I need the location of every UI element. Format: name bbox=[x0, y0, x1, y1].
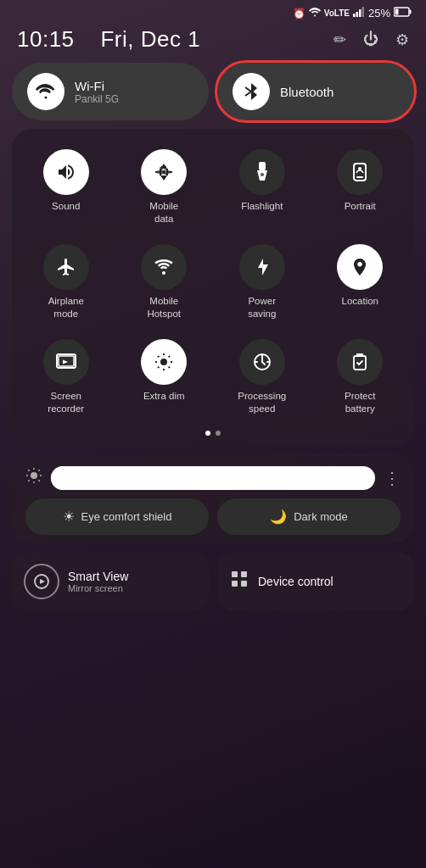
smart-view-info: Smart View Mirror screen bbox=[68, 570, 128, 593]
smart-view-label: Smart View bbox=[68, 570, 128, 583]
bluetooth-info: Bluetooth bbox=[280, 85, 334, 99]
dot-2 bbox=[216, 431, 221, 436]
portrait-icon bbox=[337, 149, 383, 195]
power-icon[interactable]: ⏻ bbox=[363, 31, 378, 48]
dark-mode-label: Dark mode bbox=[294, 510, 348, 523]
svg-point-12 bbox=[162, 271, 165, 275]
svg-rect-0 bbox=[353, 14, 356, 17]
svg-rect-22 bbox=[241, 571, 247, 577]
hotspot-label: Mobile Hotspot bbox=[147, 295, 181, 320]
time-actions: ✏ ⏻ ⚙ bbox=[334, 31, 409, 49]
settings-icon[interactable]: ⚙ bbox=[395, 31, 409, 49]
svg-rect-2 bbox=[359, 9, 362, 17]
svg-rect-5 bbox=[410, 10, 412, 14]
extra-dim-label: Extra dim bbox=[143, 390, 185, 403]
brightness-slider[interactable] bbox=[51, 466, 375, 490]
svg-rect-8 bbox=[259, 162, 266, 170]
smart-view-icon bbox=[24, 564, 59, 599]
dot-1 bbox=[205, 431, 210, 436]
wifi-status-icon bbox=[309, 7, 321, 19]
grid-item-processing-speed[interactable]: Processing speed bbox=[215, 332, 310, 422]
flashlight-icon bbox=[239, 149, 285, 195]
dark-mode-icon: 🌙 bbox=[270, 509, 287, 525]
grid-panel: Sound ⇅ Mobile data bbox=[12, 129, 414, 446]
svg-rect-14 bbox=[59, 356, 74, 366]
processing-speed-label: Processing speed bbox=[238, 390, 286, 415]
device-control-button[interactable]: Device control bbox=[217, 552, 414, 611]
protect-battery-icon bbox=[337, 339, 383, 385]
bottom-panel: Smart View Mirror screen Device control bbox=[12, 552, 414, 611]
page-dots bbox=[19, 431, 407, 436]
svg-rect-24 bbox=[241, 581, 247, 587]
lte-icon: VoLTE bbox=[324, 8, 350, 18]
wifi-sublabel: Pankil 5G bbox=[75, 93, 119, 105]
svg-marker-20 bbox=[40, 579, 45, 584]
bluetooth-icon bbox=[233, 73, 270, 110]
smart-view-button[interactable]: Smart View Mirror screen bbox=[12, 552, 209, 611]
wifi-toggle[interactable]: Wi-Fi Pankil 5G bbox=[12, 63, 209, 120]
wifi-info: Wi-Fi Pankil 5G bbox=[75, 79, 119, 105]
portrait-label: Portrait bbox=[345, 200, 376, 213]
grid-item-power-saving[interactable]: Power saving bbox=[215, 237, 310, 327]
grid-item-sound[interactable]: Sound bbox=[19, 142, 114, 232]
grid-item-location[interactable]: Location bbox=[313, 237, 408, 327]
signal-icon bbox=[353, 7, 365, 19]
grid-item-hotspot[interactable]: Mobile Hotspot bbox=[117, 237, 212, 327]
sound-icon bbox=[43, 149, 89, 195]
status-icons: ⏰ VoLTE 25% bbox=[293, 7, 412, 19]
location-label: Location bbox=[342, 295, 378, 308]
alarm-icon: ⏰ bbox=[293, 8, 305, 19]
grid-item-portrait[interactable]: Portrait bbox=[313, 142, 408, 232]
battery-icon bbox=[394, 7, 412, 19]
brightness-more-icon[interactable]: ⋮ bbox=[384, 468, 401, 488]
svg-point-10 bbox=[261, 173, 264, 176]
svg-rect-1 bbox=[356, 12, 358, 17]
quick-settings-grid: Sound ⇅ Mobile data bbox=[19, 142, 407, 422]
grid-item-extra-dim[interactable]: Extra dim bbox=[117, 332, 212, 422]
wifi-label: Wi-Fi bbox=[75, 79, 119, 93]
device-control-info: Device control bbox=[258, 575, 334, 588]
date: Fri, Dec 1 bbox=[100, 26, 200, 52]
smart-view-sublabel: Mirror screen bbox=[68, 583, 128, 593]
bluetooth-toggle[interactable]: Bluetooth bbox=[217, 63, 414, 120]
svg-point-15 bbox=[160, 359, 167, 365]
svg-text:⇅: ⇅ bbox=[159, 164, 169, 177]
brightness-panel: ⋮ ☀ Eye comfort shield 🌙 Dark mode bbox=[12, 454, 414, 543]
sound-label: Sound bbox=[52, 200, 80, 213]
grid-item-screen-recorder[interactable]: Screen recorder bbox=[19, 332, 114, 422]
brightness-row: ⋮ bbox=[25, 466, 401, 490]
svg-rect-21 bbox=[232, 571, 238, 577]
brightness-low-icon bbox=[25, 467, 42, 488]
flashlight-label: Flashlight bbox=[241, 200, 283, 213]
mobile-data-label: Mobile data bbox=[149, 200, 178, 225]
grid-item-protect-battery[interactable]: Protect battery bbox=[313, 332, 408, 422]
device-control-label: Device control bbox=[258, 575, 334, 588]
battery-percentage: 25% bbox=[368, 7, 390, 19]
time-row: 10:15 Fri, Dec 1 ✏ ⏻ ⚙ bbox=[0, 23, 426, 63]
airplane-icon bbox=[43, 244, 89, 290]
mobile-data-icon: ⇅ bbox=[141, 149, 187, 195]
eye-comfort-icon: ☀ bbox=[63, 509, 75, 525]
grid-item-mobile-data[interactable]: ⇅ Mobile data bbox=[117, 142, 212, 232]
svg-point-18 bbox=[31, 472, 37, 479]
status-bar: ⏰ VoLTE 25% bbox=[0, 0, 426, 23]
processing-speed-icon bbox=[239, 339, 285, 385]
time-date: 10:15 Fri, Dec 1 bbox=[17, 26, 200, 53]
pencil-icon[interactable]: ✏ bbox=[334, 31, 346, 49]
eye-comfort-label: Eye comfort shield bbox=[81, 510, 172, 523]
grid-item-flashlight[interactable]: Flashlight bbox=[215, 142, 310, 232]
svg-rect-3 bbox=[362, 7, 364, 17]
bluetooth-label: Bluetooth bbox=[280, 85, 334, 99]
hotspot-icon bbox=[141, 244, 187, 290]
power-saving-label: Power saving bbox=[248, 295, 276, 320]
svg-rect-23 bbox=[232, 581, 238, 587]
location-icon bbox=[337, 244, 383, 290]
screen-recorder-icon bbox=[43, 339, 89, 385]
dark-mode-button[interactable]: 🌙 Dark mode bbox=[217, 498, 401, 535]
top-toggles: Wi-Fi Pankil 5G Bluetooth bbox=[0, 63, 426, 129]
brightness-fill bbox=[51, 466, 174, 490]
airplane-label: Airplane mode bbox=[48, 295, 84, 320]
svg-rect-6 bbox=[395, 9, 399, 15]
grid-item-airplane[interactable]: Airplane mode bbox=[19, 237, 114, 327]
eye-comfort-button[interactable]: ☀ Eye comfort shield bbox=[25, 498, 209, 535]
